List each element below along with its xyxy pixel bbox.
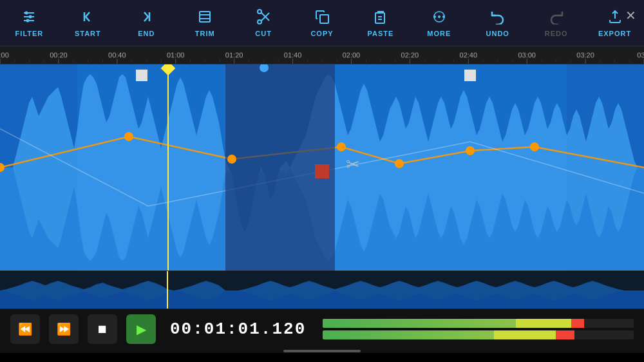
toolbar: FILTER START END TRIM bbox=[0, 0, 644, 46]
env-point-1[interactable] bbox=[124, 132, 133, 141]
start-label: START bbox=[75, 30, 101, 37]
copy-label: COPY bbox=[310, 30, 333, 37]
handle-end[interactable] bbox=[464, 70, 476, 81]
rewind-icon: ⏪ bbox=[18, 322, 32, 336]
export-label: EXPORT bbox=[598, 30, 631, 37]
more-button[interactable]: MORE bbox=[413, 9, 465, 37]
redo-label: REDO bbox=[545, 30, 568, 37]
waveform-mini[interactable] bbox=[0, 271, 644, 309]
meter-left-green bbox=[323, 319, 515, 328]
redo-button[interactable]: REDO bbox=[531, 9, 582, 37]
scissors-icon: ✂ bbox=[346, 155, 360, 175]
redo-icon bbox=[549, 9, 564, 27]
undo-icon bbox=[490, 9, 506, 27]
svg-point-4 bbox=[29, 15, 32, 18]
stop-button[interactable]: ⏹ bbox=[88, 314, 117, 344]
env-point-6[interactable] bbox=[530, 142, 539, 151]
end-button[interactable]: END bbox=[120, 9, 172, 37]
meter-left-red bbox=[571, 319, 583, 328]
filter-label: FILTER bbox=[15, 30, 44, 37]
env-point-5[interactable] bbox=[466, 146, 475, 155]
end-label: END bbox=[138, 30, 155, 37]
play-button[interactable]: ▶ bbox=[126, 314, 156, 344]
stop-icon: ⏹ bbox=[97, 323, 108, 336]
meter-left bbox=[323, 319, 634, 328]
timeline-ruler bbox=[0, 46, 644, 64]
cut-button[interactable]: CUT bbox=[238, 9, 289, 37]
playhead[interactable] bbox=[167, 64, 169, 271]
meter-right-green bbox=[323, 330, 494, 339]
meter-right-yellow bbox=[494, 330, 556, 339]
fastforward-icon: ⏩ bbox=[57, 322, 71, 336]
svg-point-20 bbox=[438, 15, 440, 18]
meter-right bbox=[323, 330, 634, 339]
home-bar bbox=[283, 350, 361, 352]
trim-button[interactable]: TRIM bbox=[179, 9, 231, 37]
copy-button[interactable]: COPY bbox=[296, 9, 348, 37]
svg-rect-16 bbox=[375, 13, 384, 23]
env-point-3[interactable] bbox=[337, 142, 346, 151]
env-point-2[interactable] bbox=[227, 155, 236, 164]
close-button[interactable]: ✕ bbox=[625, 8, 636, 23]
filter-button[interactable]: FILTER bbox=[3, 9, 55, 37]
timecode-display: 00:01:01.120 bbox=[170, 319, 306, 339]
handle-start[interactable] bbox=[136, 70, 147, 81]
paste-label: PASTE bbox=[367, 30, 393, 37]
cut-square bbox=[315, 164, 329, 178]
undo-label: UNDO bbox=[486, 30, 509, 37]
env-point-4[interactable] bbox=[395, 159, 404, 168]
cut-icon bbox=[256, 9, 271, 27]
svg-point-5 bbox=[26, 19, 30, 22]
end-icon bbox=[138, 9, 154, 27]
svg-rect-15 bbox=[320, 15, 328, 23]
export-icon bbox=[607, 9, 623, 27]
start-button[interactable]: START bbox=[62, 9, 113, 37]
home-indicator bbox=[0, 349, 644, 353]
ruler-canvas bbox=[0, 46, 644, 64]
undo-button[interactable]: UNDO bbox=[472, 9, 524, 37]
waveform-main[interactable]: ✂ bbox=[0, 64, 644, 271]
play-icon: ▶ bbox=[137, 321, 146, 337]
fast-forward-button[interactable]: ⏩ bbox=[49, 314, 79, 344]
meter-left-yellow bbox=[516, 319, 572, 328]
cut-label: CUT bbox=[255, 30, 272, 37]
copy-icon bbox=[314, 9, 330, 27]
trim-icon bbox=[197, 9, 213, 27]
rewind-button[interactable]: ⏪ bbox=[10, 314, 40, 344]
filter-icon bbox=[21, 9, 37, 27]
level-meter bbox=[323, 319, 634, 339]
paste-button[interactable]: PASTE bbox=[355, 9, 406, 37]
svg-point-3 bbox=[25, 11, 28, 14]
paste-icon bbox=[373, 9, 388, 27]
mini-waveform-svg bbox=[0, 271, 644, 309]
svg-rect-8 bbox=[200, 12, 210, 22]
more-icon bbox=[431, 9, 447, 27]
transport-bar: ⏪ ⏩ ⏹ ▶ 00:01:01.120 bbox=[0, 309, 644, 349]
more-label: MORE bbox=[427, 30, 451, 37]
start-icon bbox=[80, 9, 95, 27]
meter-right-red bbox=[556, 330, 574, 339]
trim-label: TRIM bbox=[195, 30, 215, 37]
